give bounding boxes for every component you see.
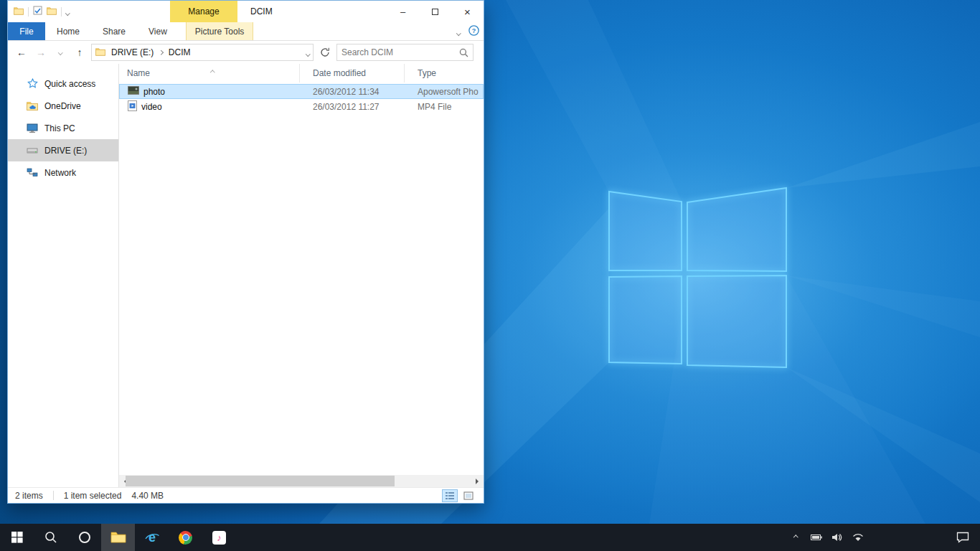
scrollbar-thumb[interactable] xyxy=(126,476,395,486)
show-hidden-icons-button[interactable] xyxy=(788,530,803,545)
onedrive-cloud-icon xyxy=(27,101,38,110)
sidebar-item-onedrive[interactable]: OneDrive xyxy=(8,95,118,117)
file-row-video[interactable]: video 26/03/2012 11:27 MP4 File xyxy=(119,99,484,114)
maximize-button[interactable] xyxy=(419,1,451,22)
column-header-name[interactable]: Name xyxy=(119,64,300,83)
breadcrumb-current[interactable]: DCIM xyxy=(166,47,194,57)
sidebar-item-this-pc[interactable]: This PC xyxy=(8,117,118,139)
thumbnails-view-icon xyxy=(463,491,473,500)
folder-properties-icon[interactable] xyxy=(14,6,24,17)
network-icon xyxy=(27,168,38,177)
horizontal-scrollbar[interactable] xyxy=(119,475,484,487)
file-explorer-icon xyxy=(110,531,126,544)
expand-ribbon-chevron-icon[interactable] xyxy=(457,27,461,37)
taskbar-file-explorer-button[interactable] xyxy=(101,524,135,551)
sidebar-item-quick-access[interactable]: Quick access xyxy=(8,72,118,95)
right-triangle-icon xyxy=(476,479,481,484)
back-arrow-icon: ← xyxy=(17,47,27,58)
address-dropdown-chevron-icon[interactable] xyxy=(306,47,310,57)
sort-ascending-icon xyxy=(211,66,215,76)
quick-access-toolbar xyxy=(14,1,70,22)
svg-text:?: ? xyxy=(472,27,476,34)
sidebar-item-drive-e[interactable]: DRIVE (E:) xyxy=(8,139,118,161)
status-bar: 2 items 1 item selected 4.40 MB xyxy=(8,487,484,503)
tab-share[interactable]: Share xyxy=(91,22,137,40)
chrome-icon xyxy=(179,531,192,545)
new-folder-icon[interactable] xyxy=(47,6,57,17)
tab-view[interactable]: View xyxy=(137,22,179,40)
checkmark-icon[interactable] xyxy=(33,6,42,17)
internet-explorer-icon: e xyxy=(144,529,160,545)
network-indicator[interactable] xyxy=(851,530,865,545)
file-name: video xyxy=(141,102,162,112)
status-separator xyxy=(53,491,54,500)
item-count: 2 items xyxy=(15,491,43,501)
file-date-modified: 26/03/2012 11:27 xyxy=(300,102,405,112)
sidebar-item-label: Network xyxy=(44,168,76,178)
taskbar-chrome-button[interactable] xyxy=(169,524,202,551)
tab-file[interactable]: File xyxy=(8,22,45,40)
svg-text:e: e xyxy=(148,530,155,545)
ribbon-tab-bar: File Home Share View Picture Tools ? xyxy=(8,22,484,41)
back-button[interactable]: ← xyxy=(14,44,29,60)
file-explorer-window: Manage DCIM – × File Home Share View Pic… xyxy=(7,0,484,504)
taskbar-internet-explorer-button[interactable]: e xyxy=(135,524,169,551)
taskbar-search-button[interactable] xyxy=(34,524,67,551)
sidebar-item-label: DRIVE (E:) xyxy=(44,146,87,156)
drive-icon xyxy=(27,146,38,155)
search-box[interactable] xyxy=(336,44,473,61)
tab-home[interactable]: Home xyxy=(45,22,91,40)
tab-picture-tools[interactable]: Picture Tools xyxy=(186,22,253,40)
computer-icon xyxy=(27,123,38,133)
navigation-pane: Quick access OneDrive This PC DRIVE (E:) xyxy=(8,64,119,487)
start-button[interactable] xyxy=(0,524,34,551)
action-center-icon xyxy=(956,532,969,543)
itunes-icon: ♪ xyxy=(212,531,226,545)
column-header-type[interactable]: Type xyxy=(405,64,484,83)
start-icon xyxy=(11,532,23,543)
refresh-icon xyxy=(320,47,330,57)
toolbar-separator xyxy=(61,7,62,17)
taskbar: e ♪ xyxy=(0,524,980,551)
action-center-button[interactable] xyxy=(956,530,970,545)
cortana-button[interactable] xyxy=(67,524,101,551)
taskbar-itunes-button[interactable]: ♪ xyxy=(202,524,236,551)
help-icon[interactable]: ? xyxy=(468,25,479,38)
refresh-button[interactable] xyxy=(317,44,333,60)
breadcrumb-separator-icon[interactable] xyxy=(159,50,163,55)
ribbon-right-controls: ? xyxy=(457,22,480,41)
folder-icon xyxy=(95,47,105,58)
file-date-modified: 26/03/2012 11:34 xyxy=(300,87,405,97)
file-rows: photo 26/03/2012 11:34 Apowersoft Pho vi… xyxy=(119,83,484,487)
system-tray xyxy=(788,524,980,551)
maximize-icon xyxy=(432,9,438,15)
breadcrumb-root[interactable]: DRIVE (E:) xyxy=(108,47,156,57)
selection-count: 1 item selected xyxy=(64,491,122,501)
chevron-down-icon xyxy=(58,50,62,55)
thumbnails-view-button[interactable] xyxy=(461,489,476,502)
recent-locations-button[interactable] xyxy=(52,44,68,60)
scroll-right-arrow[interactable] xyxy=(471,475,484,487)
column-header-date-modified[interactable]: Date modified xyxy=(300,64,405,83)
battery-indicator[interactable] xyxy=(809,530,824,545)
up-button[interactable]: ↑ xyxy=(72,44,88,60)
file-type: Apowersoft Pho xyxy=(405,87,484,97)
forward-arrow-icon: → xyxy=(36,47,46,58)
toolbar-separator xyxy=(28,7,29,17)
volume-indicator[interactable] xyxy=(830,530,844,545)
manage-contextual-tab[interactable]: Manage xyxy=(170,1,237,22)
view-switcher xyxy=(442,489,476,502)
address-bar[interactable]: DRIVE (E:) DCIM xyxy=(91,44,314,61)
photo-thumbnail-icon xyxy=(128,86,139,97)
star-icon xyxy=(27,78,38,89)
close-button[interactable]: × xyxy=(451,1,484,22)
minimize-button[interactable]: – xyxy=(387,1,419,22)
search-input[interactable] xyxy=(341,47,459,57)
search-icon xyxy=(44,531,57,544)
forward-button[interactable]: → xyxy=(33,44,49,60)
details-view-button[interactable] xyxy=(442,489,458,502)
customize-toolbar-chevron-icon[interactable] xyxy=(66,6,70,17)
explorer-main: Quick access OneDrive This PC DRIVE (E:) xyxy=(8,64,484,487)
file-row-photo[interactable]: photo 26/03/2012 11:34 Apowersoft Pho xyxy=(119,84,484,99)
sidebar-item-network[interactable]: Network xyxy=(8,161,118,184)
